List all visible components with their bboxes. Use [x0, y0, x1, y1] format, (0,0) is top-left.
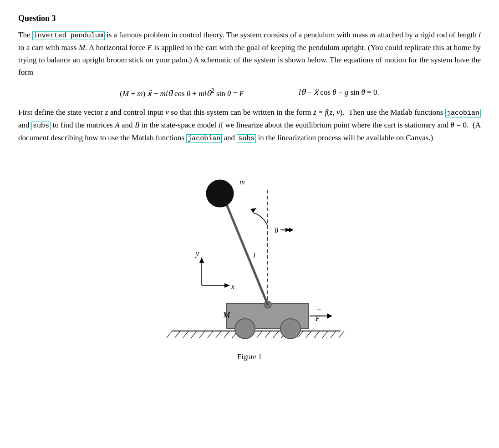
svg-text:l: l — [253, 251, 255, 260]
paragraph-1: The inverted pendulum is a famous proble… — [18, 29, 481, 79]
svg-line-19 — [314, 331, 320, 338]
svg-text:m: m — [239, 178, 245, 186]
svg-line-3 — [183, 331, 188, 338]
svg-line-14 — [273, 331, 279, 338]
svg-line-2 — [175, 331, 180, 338]
svg-line-20 — [322, 331, 328, 338]
figure-container: M m θ l y x — [18, 153, 481, 361]
svg-line-12 — [257, 331, 262, 338]
equations-row: (M + m) ẍ − mlθ̈ cos θ + mlθ̇2 sin θ = F… — [18, 87, 481, 98]
svg-text:F: F — [315, 315, 320, 322]
jacobian-highlight-1: jacobian — [445, 109, 481, 117]
equation-left: (M + m) ẍ − mlθ̈ cos θ + mlθ̇2 sin θ = F — [120, 87, 244, 98]
pendulum-diagram: M m θ l y x — [136, 153, 363, 349]
paragraph-2: First define the state vector z and cont… — [18, 106, 481, 144]
question-title: Question 3 — [18, 14, 481, 23]
subs-highlight-2: subs — [237, 134, 256, 143]
svg-line-6 — [208, 331, 213, 338]
subs-highlight-1: subs — [31, 122, 51, 130]
svg-text:θ: θ — [275, 226, 278, 235]
svg-line-7 — [216, 331, 221, 338]
svg-text:→: → — [315, 305, 322, 313]
svg-line-1 — [167, 331, 172, 338]
svg-line-21 — [331, 331, 336, 338]
svg-line-5 — [199, 331, 205, 338]
and-text-2: and — [224, 133, 237, 142]
svg-line-13 — [265, 331, 270, 338]
figure-caption: Figure 1 — [237, 353, 262, 361]
svg-marker-47 — [289, 228, 294, 232]
svg-text:y: y — [195, 249, 199, 258]
jacobian-highlight-2: jacobian — [186, 134, 222, 143]
equation-right: lθ̈ − ẍ cos θ − g sin θ = 0. — [299, 87, 379, 97]
svg-line-4 — [191, 331, 197, 338]
svg-marker-37 — [199, 257, 204, 263]
svg-line-18 — [306, 331, 311, 338]
svg-marker-43 — [327, 313, 332, 319]
svg-line-22 — [339, 331, 344, 338]
inverted-pendulum-highlight: inverted pendulum — [32, 31, 105, 40]
svg-line-8 — [224, 331, 229, 338]
svg-point-25 — [280, 319, 300, 339]
svg-text:x: x — [231, 283, 234, 290]
svg-point-30 — [206, 180, 234, 207]
svg-point-24 — [235, 319, 255, 339]
svg-marker-39 — [224, 283, 230, 288]
and-text-1: and — [18, 121, 31, 129]
svg-text:M: M — [223, 311, 230, 320]
svg-marker-32 — [250, 208, 256, 213]
